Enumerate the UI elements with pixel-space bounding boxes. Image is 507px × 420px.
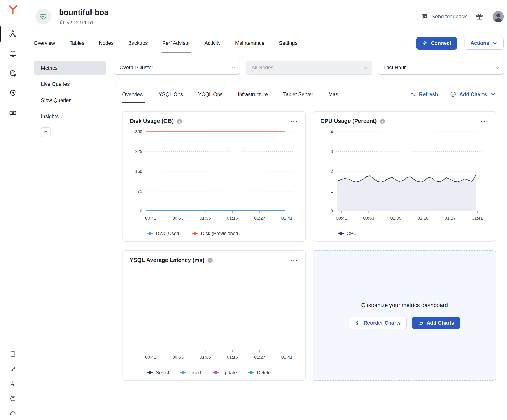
metrics-tab-tablet-server[interactable]: Tablet Server (283, 86, 313, 103)
cluster-scope-select[interactable]: Overall Cluster (114, 61, 240, 75)
tab-nodes[interactable]: Nodes (99, 33, 113, 53)
subnav-item-metrics[interactable]: Metrics (34, 61, 106, 75)
chart-title: CPU Usage (Percent) (321, 118, 377, 125)
chart-menu-button[interactable]: ⋯ (290, 119, 298, 124)
api-key-icon[interactable] (10, 366, 16, 372)
chart-card-cpu-usage: CPU Usage (Percent) i ⋯ 0123400:4100:530… (313, 111, 496, 242)
cpu-usage-chart: 0123400:4100:5301:0501:1601:2701:41 (321, 127, 489, 226)
metrics-tab-infrastructure[interactable]: Infrastructure (238, 86, 268, 103)
cluster-name: bountiful-boa (59, 8, 108, 17)
main-column: bountiful-boa v2.12.9.1-b1 Send feedback (26, 0, 507, 420)
info-icon[interactable]: i (208, 258, 213, 263)
actions-button[interactable]: Actions (465, 37, 504, 49)
metrics-card: Overview YSQL Ops YCQL Ops Infrastructur… (114, 84, 505, 420)
svg-text:00:53: 00:53 (172, 216, 183, 221)
cluster-tabbar: Overview Tables Nodes Backups Perf Advis… (26, 33, 507, 53)
reorder-charts-label: Reorder Charts (364, 320, 401, 326)
tab-maintenance[interactable]: Maintenance (235, 33, 265, 53)
tab-overview[interactable]: Overview (34, 33, 55, 53)
cluster-network-icon (9, 30, 17, 38)
svg-text:00:41: 00:41 (336, 216, 347, 221)
topbar: bountiful-boa v2.12.9.1-b1 Send feedback (26, 0, 507, 33)
legend-label: Delete (257, 370, 271, 375)
metrics-tabs: Overview YSQL Ops YCQL Ops Infrastructur… (122, 86, 404, 103)
billing-money-icon (9, 109, 17, 117)
legend-item[interactable]: Delete (248, 370, 271, 375)
tab-backups[interactable]: Backups (128, 33, 148, 53)
cluster-version: v2.12.9.1-b1 (67, 20, 94, 25)
subnav-item-insights[interactable]: Insights (34, 109, 106, 124)
legend-item[interactable]: Select (147, 370, 169, 375)
metrics-tab-ysql-ops[interactable]: YSQL Ops (159, 86, 183, 103)
help-icon[interactable] (10, 395, 16, 402)
rail-divider (7, 345, 19, 346)
chevron-down-icon (492, 40, 498, 46)
send-feedback-button[interactable]: Send feedback (421, 13, 467, 20)
layers-icon (59, 20, 64, 25)
legend-label: Select (156, 370, 169, 375)
time-range-select[interactable]: Last Hour (378, 61, 505, 75)
legend-item[interactable]: Disk (Used) (147, 231, 181, 236)
gift-icon[interactable] (476, 13, 483, 21)
customize-actions: Reorder Charts Add Charts (349, 317, 460, 329)
chart-menu-button[interactable]: ⋯ (480, 119, 489, 124)
chart-header: CPU Usage (Percent) i ⋯ (321, 118, 489, 125)
metrics-tab-master-server-truncated[interactable]: Mas (329, 86, 338, 103)
chart-header: Disk Usage (GB) i ⋯ (130, 118, 298, 125)
tab-settings[interactable]: Settings (279, 33, 297, 53)
placeholder-add-charts-label: Add Charts (426, 320, 454, 326)
sidebar-collapse-button[interactable]: « (41, 128, 51, 137)
rail-item-network[interactable] (0, 69, 26, 78)
chart-legend: SelectInsertUpdateDelete (147, 370, 298, 375)
chart-title: YSQL Average Latency (ms) (130, 257, 204, 263)
chevron-down-icon (363, 65, 368, 70)
tab-activity[interactable]: Activity (204, 33, 221, 53)
metrics-tab-ycql-ops[interactable]: YCQL Ops (198, 86, 223, 103)
metrics-tab-overview[interactable]: Overview (122, 86, 143, 103)
refresh-button[interactable]: Refresh (410, 91, 438, 98)
legend-item[interactable]: CPU (338, 231, 357, 236)
svg-text:01:05: 01:05 (200, 355, 211, 359)
legend-marker (212, 372, 218, 373)
legend-item[interactable]: Insert (180, 370, 201, 375)
rail-item-clusters[interactable] (0, 30, 26, 38)
version-row: v2.12.9.1-b1 (59, 20, 108, 25)
slack-icon[interactable] (10, 380, 16, 387)
tab-tables[interactable]: Tables (70, 33, 84, 53)
chart-legend: Disk (Used)Disk (Provisioned) (147, 231, 298, 236)
subnav-item-slow-queries[interactable]: Slow Queries (34, 93, 106, 107)
subnav-item-live-queries[interactable]: Live Queries (34, 77, 106, 91)
svg-text:00:53: 00:53 (363, 216, 374, 221)
connect-button[interactable]: Connect (416, 37, 457, 49)
cloud-status-icon[interactable] (10, 410, 16, 417)
reorder-charts-button[interactable]: Reorder Charts (349, 317, 407, 329)
svg-text:01:41: 01:41 (281, 355, 292, 359)
legend-marker (147, 233, 153, 234)
plus-circle-icon (418, 320, 424, 326)
rail-item-alerts[interactable] (0, 50, 26, 58)
legend-item[interactable]: Update (212, 370, 237, 375)
legend-marker (180, 372, 186, 373)
connect-label: Connect (431, 40, 451, 46)
rail-item-security[interactable] (0, 89, 26, 98)
svg-text:01:41: 01:41 (472, 216, 483, 221)
legend-label: Insert (189, 370, 201, 375)
actions-label: Actions (471, 40, 489, 46)
tab-perf-advisor[interactable]: Perf Advisor (162, 33, 190, 53)
legend-label: CPU (347, 231, 357, 236)
info-icon[interactable]: i (380, 119, 385, 124)
legend-item[interactable]: Disk (Provisioned) (192, 231, 240, 236)
rail-nav (0, 30, 26, 118)
svg-text:01:41: 01:41 (281, 216, 292, 221)
info-icon[interactable]: i (177, 119, 182, 124)
yugabyte-logo-icon[interactable] (8, 5, 18, 15)
chart-menu-button[interactable]: ⋯ (290, 258, 298, 263)
placeholder-add-charts-button[interactable]: Add Charts (412, 317, 460, 329)
reorder-squares-icon (355, 320, 361, 326)
user-avatar[interactable] (492, 10, 505, 23)
docs-icon[interactable] (10, 351, 16, 357)
add-charts-button[interactable]: Add Charts (450, 91, 496, 98)
rail-item-billing[interactable] (0, 109, 26, 118)
svg-text:1: 1 (331, 189, 333, 193)
title-block: bountiful-boa v2.12.9.1-b1 (59, 8, 108, 25)
